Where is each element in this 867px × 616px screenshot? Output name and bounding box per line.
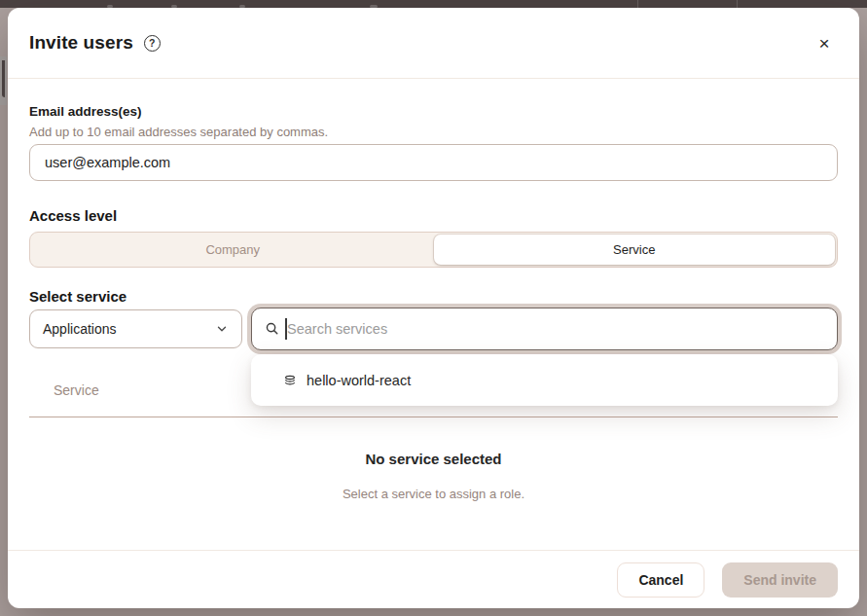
service-type-selected-value: Applications [43, 321, 117, 337]
header-divider-fragment [737, 0, 738, 8]
service-search-field [251, 308, 838, 350]
empty-state-title: No service selected [8, 451, 859, 467]
layers-icon [283, 374, 297, 387]
select-service-label: Select service [29, 288, 126, 305]
close-icon[interactable]: × [811, 29, 838, 56]
search-icon [265, 321, 279, 336]
service-result-label: hello-world-react [307, 373, 411, 388]
modal-header: Invite users ? × [8, 8, 859, 79]
search-results-panel: hello-world-react [251, 354, 838, 406]
access-level-segmented-control: Company Service [29, 232, 838, 268]
segment-service[interactable]: Service [434, 235, 836, 265]
empty-state-subtitle: Select a service to assign a role. [8, 487, 859, 501]
search-services-input[interactable] [252, 308, 837, 349]
modal-title: Invite users [29, 32, 133, 54]
email-input[interactable] [29, 144, 838, 181]
chevron-down-icon [215, 322, 229, 336]
service-column-header: Service [54, 382, 99, 398]
header-divider-fragment [637, 0, 638, 8]
table-header-divider [29, 417, 838, 417]
cancel-button[interactable]: Cancel [617, 562, 704, 598]
modal-footer: Cancel Send invite [8, 550, 859, 608]
underlying-page-header [0, 0, 867, 8]
segment-company[interactable]: Company [32, 235, 434, 265]
access-level-label: Access level [29, 207, 117, 224]
service-type-dropdown[interactable]: Applications [29, 309, 242, 348]
text-caret [285, 318, 287, 340]
service-result-item[interactable]: hello-world-react [251, 354, 838, 406]
underlying-page-logo-fragment [0, 56, 7, 105]
help-icon[interactable]: ? [144, 35, 161, 52]
email-helper-text: Add up to 10 email addresses separated b… [29, 125, 328, 139]
email-label: Email address(es) [29, 104, 142, 119]
invite-users-modal: Invite users ? × Email address(es) Add u… [8, 8, 859, 608]
send-invite-button[interactable]: Send invite [722, 562, 838, 598]
